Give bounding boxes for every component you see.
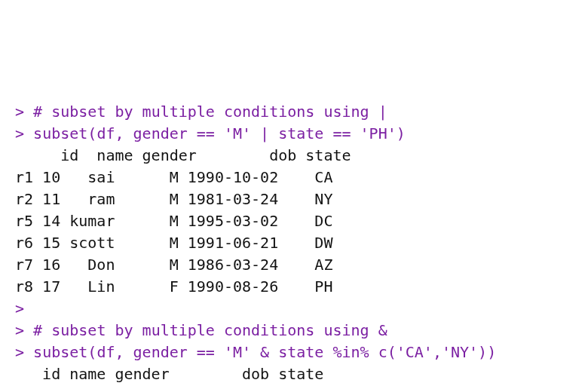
code-line: subset(df, gender == 'M' | state == 'PH'…	[33, 124, 406, 142]
console-prompt: >	[15, 321, 33, 339]
console-prompt: >	[15, 103, 33, 121]
output-line: r7 16 Don M 1986-03-24 AZ	[15, 256, 332, 274]
output-line: r8 17 Lin F 1990-08-26 PH	[15, 277, 332, 296]
console-prompt: >	[15, 299, 33, 317]
code-line: # subset by multiple conditions using |	[33, 103, 387, 121]
code-line: subset(df, gender == 'M' & state %in% c(…	[33, 343, 496, 361]
output-line: id name gender dob state	[15, 365, 323, 383]
console-prompt: >	[15, 124, 33, 142]
code-line: # subset by multiple conditions using &	[33, 321, 387, 339]
r-console-output: > # subset by multiple conditions using …	[15, 101, 573, 386]
output-line: id name gender dob state	[15, 146, 351, 164]
output-line: r2 11 ram M 1981-03-24 NY	[15, 190, 332, 208]
output-line: r5 14 kumar M 1995-03-02 DC	[15, 212, 332, 230]
output-line: r1 10 sai M 1990-10-02 CA	[15, 168, 332, 186]
output-line: r6 15 scott M 1991-06-21 DW	[15, 234, 332, 252]
console-prompt: >	[15, 343, 33, 361]
